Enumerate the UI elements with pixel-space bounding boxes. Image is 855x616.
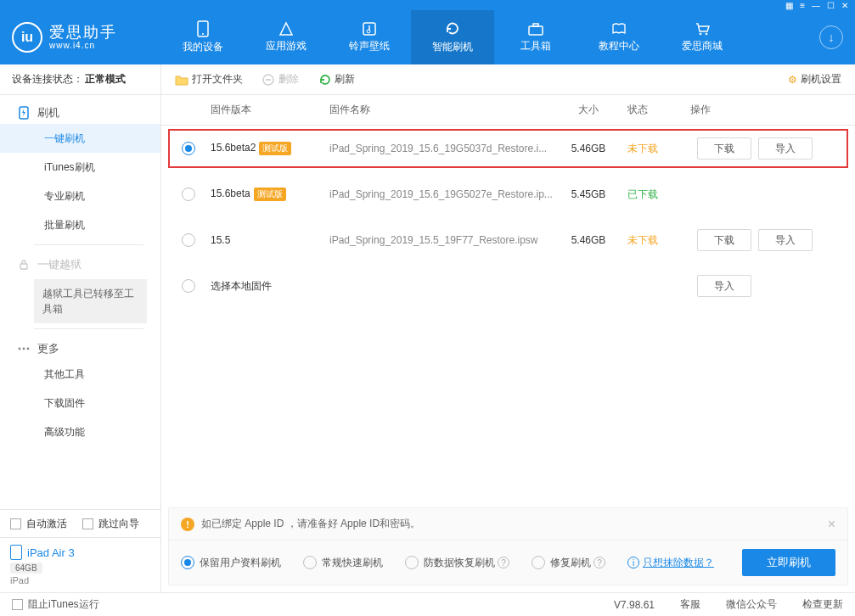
sidebar-item-itunes-flash[interactable]: iTunes刷机: [0, 153, 160, 182]
sidebar-item-other-tools[interactable]: 其他工具: [0, 360, 160, 389]
flash-options: 保留用户资料刷机 常规快速刷机 防数据恢复刷机? 修复刷机? i只想抹除数据？ …: [169, 540, 847, 585]
download-arrow-icon: ↓: [829, 31, 835, 44]
nav-tutorials[interactable]: 教程中心: [577, 10, 661, 64]
svg-point-1: [202, 33, 204, 35]
sidebar-item-advanced[interactable]: 高级功能: [0, 417, 160, 446]
nav-store[interactable]: 爱思商城: [661, 10, 744, 64]
firmware-version: 15.6beta: [211, 188, 250, 199]
toolbox-icon: [527, 21, 544, 36]
auto-activate-row: 自动激活 跳过向导: [0, 510, 160, 537]
svg-rect-4: [529, 26, 543, 35]
firmware-size: 5.46GB: [554, 143, 622, 154]
select-radio[interactable]: [182, 279, 195, 293]
sys-menu-icon[interactable]: ≡: [800, 1, 805, 10]
version-label: V7.98.61: [614, 599, 655, 611]
table-row[interactable]: 15.6beta测试版iPad_Spring_2019_15.6_19G5027…: [161, 171, 855, 217]
refresh-icon: [444, 20, 461, 37]
firmware-status: 未下载: [622, 142, 690, 156]
sys-close-icon[interactable]: ✕: [841, 1, 848, 10]
delete-button[interactable]: 删除: [262, 72, 299, 87]
table-row[interactable]: 15.6beta2测试版iPad_Spring_2019_15.6_19G503…: [168, 129, 848, 168]
nav-ringtones[interactable]: 铃声壁纸: [328, 10, 411, 64]
footer-wechat[interactable]: 微信公众号: [726, 597, 777, 612]
footer-kefu[interactable]: 客服: [680, 597, 700, 612]
open-folder-button[interactable]: 打开文件夹: [175, 72, 243, 87]
sidebar-item-batch-flash[interactable]: 批量刷机: [0, 210, 160, 239]
status-bar: 阻止iTunes运行 V7.98.61 客服 微信公众号 检查更新: [0, 592, 855, 616]
table-row[interactable]: 15.5iPad_Spring_2019_15.5_19F77_Restore.…: [161, 217, 855, 263]
sidebar-item-oneclick-flash[interactable]: 一键刷机: [0, 124, 160, 153]
select-radio[interactable]: [182, 233, 195, 247]
download-button[interactable]: 下载: [697, 229, 751, 251]
app-logo: iu 爱思助手 www.i4.cn: [0, 22, 161, 53]
phone-icon: [196, 20, 210, 37]
connection-status: 设备连接状态：正常模式: [0, 64, 160, 95]
warning-bar: ! 如已绑定 Apple ID ，请准备好 Apple ID和密码。 ×: [169, 508, 847, 540]
th-version: 固件版本: [211, 103, 329, 117]
auto-activate-checkbox[interactable]: [10, 518, 21, 529]
block-itunes-checkbox[interactable]: [12, 599, 23, 610]
sidebar-group-jailbreak: 一键越狱: [0, 250, 160, 276]
opt-keep-data[interactable]: 保留用户资料刷机: [181, 556, 281, 570]
skip-guide-checkbox[interactable]: [82, 518, 93, 529]
table-header: 固件版本 固件名称 大小 状态 操作: [161, 95, 855, 126]
sidebar-group-more[interactable]: 更多: [0, 334, 160, 360]
system-titlebar: ▦ ≡ — ☐ ✕: [0, 0, 855, 10]
opt-repair[interactable]: 修复刷机?: [532, 556, 605, 570]
nav-toolbox[interactable]: 工具箱: [494, 10, 577, 64]
svg-point-12: [27, 348, 30, 350]
help-icon[interactable]: ?: [593, 557, 605, 568]
help-icon[interactable]: ?: [498, 557, 509, 568]
opt-antirecovery[interactable]: 防数据恢复刷机?: [405, 556, 509, 570]
opt-normal[interactable]: 常规快速刷机: [303, 556, 383, 570]
firmware-version: 15.5: [211, 234, 230, 246]
th-size: 大小: [554, 103, 622, 117]
svg-point-11: [23, 348, 25, 350]
action-cell: 下载导入: [690, 137, 835, 160]
erase-link-wrap: i只想抹除数据？: [627, 556, 714, 570]
app-url: www.i4.cn: [49, 41, 117, 50]
nav-smart-flash[interactable]: 智能刷机: [411, 10, 494, 64]
select-radio[interactable]: [182, 142, 195, 155]
firmware-name: iPad_Spring_2019_15.6_19G5037d_Restore.i…: [329, 143, 554, 154]
flash-settings-button[interactable]: ⚙ 刷机设置: [788, 72, 841, 87]
svg-point-7: [706, 33, 708, 36]
sidebar: 设备连接状态：正常模式 刷机 一键刷机 iTunes刷机 专业刷机 批量刷机 一…: [0, 64, 161, 592]
cart-icon: [694, 21, 711, 36]
table-row[interactable]: 选择本地固件导入: [161, 263, 855, 309]
gear-icon: ⚙: [788, 74, 797, 86]
firmware-size: 5.46GB: [554, 234, 622, 246]
sidebar-item-download-firmware[interactable]: 下载固件: [0, 389, 160, 417]
beta-badge: 测试版: [259, 142, 291, 155]
nav-apps-games[interactable]: 应用游戏: [245, 10, 328, 64]
app-header: iu 爱思助手 www.i4.cn 我的设备 应用游戏 铃声壁纸 智能刷机 工具…: [0, 10, 855, 64]
th-action: 操作: [690, 103, 835, 117]
refresh-button[interactable]: 刷新: [318, 72, 355, 87]
import-button[interactable]: 导入: [697, 275, 751, 297]
top-nav: 我的设备 应用游戏 铃声壁纸 智能刷机 工具箱 教程中心 爱思商城: [161, 10, 811, 64]
select-radio[interactable]: [182, 188, 195, 201]
import-button[interactable]: 导入: [758, 229, 813, 251]
svg-point-3: [367, 30, 370, 33]
erase-data-link[interactable]: 只想抹除数据？: [643, 556, 714, 570]
svg-point-10: [19, 348, 21, 350]
footer-update[interactable]: 检查更新: [802, 597, 843, 612]
start-flash-button[interactable]: 立即刷机: [742, 549, 835, 576]
firmware-status: 已下载: [622, 188, 690, 202]
delete-icon: [262, 73, 275, 87]
more-icon: [17, 342, 31, 356]
info-icon: i: [627, 557, 639, 568]
th-name: 固件名称: [329, 103, 554, 117]
sys-maximize-icon[interactable]: ☐: [827, 1, 835, 10]
import-button[interactable]: 导入: [758, 137, 813, 160]
downloads-button[interactable]: ↓: [819, 25, 843, 49]
sys-minimize-icon[interactable]: —: [812, 1, 820, 10]
nav-my-device[interactable]: 我的设备: [161, 10, 245, 64]
sidebar-item-pro-flash[interactable]: 专业刷机: [0, 182, 160, 210]
device-block[interactable]: iPad Air 3 64GB iPad: [0, 537, 160, 592]
download-button[interactable]: 下载: [697, 137, 751, 160]
table-body: 15.6beta2测试版iPad_Spring_2019_15.6_19G503…: [161, 126, 855, 309]
warning-close-icon[interactable]: ×: [828, 517, 835, 532]
sidebar-group-flash[interactable]: 刷机: [0, 98, 160, 124]
sys-grid-icon[interactable]: ▦: [785, 1, 793, 10]
